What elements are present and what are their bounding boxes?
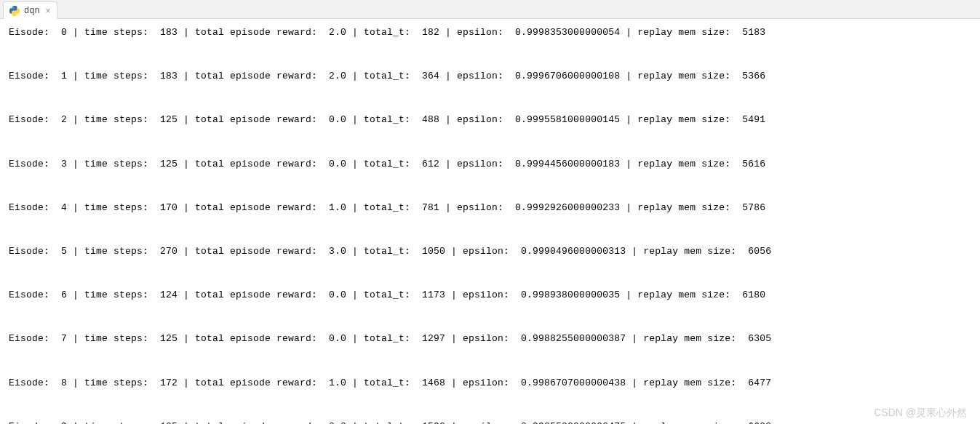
log-line: Eisode: 8 | time steps: 172 | total epis…	[9, 377, 971, 390]
log-line: Eisode: 9 | time steps: 125 | total epis…	[9, 420, 971, 424]
log-line: Eisode: 0 | time steps: 183 | total epis…	[9, 26, 971, 39]
console-output[interactable]: Eisode: 0 | time steps: 183 | total epis…	[0, 19, 980, 424]
python-file-icon	[9, 6, 20, 16]
log-line: Eisode: 3 | time steps: 125 | total epis…	[9, 158, 971, 171]
log-line: Eisode: 1 | time steps: 183 | total epis…	[9, 70, 971, 83]
log-line: Eisode: 6 | time steps: 124 | total epis…	[9, 289, 971, 302]
tab-title: dqn	[24, 6, 40, 16]
tab-dqn[interactable]: dqn ×	[3, 1, 57, 19]
close-icon[interactable]: ×	[46, 6, 51, 16]
log-line: Eisode: 4 | time steps: 170 | total epis…	[9, 201, 971, 215]
log-line: Eisode: 5 | time steps: 270 | total epis…	[9, 245, 971, 258]
log-line: Eisode: 7 | time steps: 125 | total epis…	[9, 332, 971, 345]
log-line: Eisode: 2 | time steps: 125 | total epis…	[9, 113, 971, 127]
tab-bar: dqn ×	[0, 0, 980, 19]
